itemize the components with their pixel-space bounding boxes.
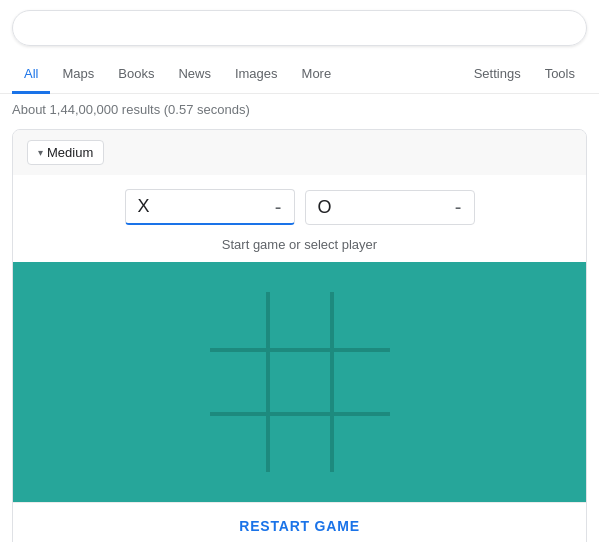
- tab-more[interactable]: More: [290, 56, 344, 94]
- game-board-area[interactable]: [13, 262, 586, 502]
- difficulty-arrow: ▾: [38, 147, 43, 158]
- nav-tabs: All Maps Books News Images More Settings…: [0, 56, 599, 94]
- player-x-symbol: X: [138, 196, 150, 217]
- grid-line-h2: [210, 412, 390, 416]
- ttt-grid[interactable]: [200, 282, 400, 482]
- start-game-text: Start game or select player: [13, 231, 586, 262]
- tab-images[interactable]: Images: [223, 56, 290, 94]
- restart-button[interactable]: RESTART GAME: [239, 518, 360, 534]
- tab-all[interactable]: All: [12, 56, 50, 94]
- difficulty-bar: ▾ Medium: [13, 130, 586, 175]
- player-o-symbol: O: [318, 197, 332, 218]
- search-input[interactable]: tic tac toe: [27, 19, 560, 37]
- tab-settings[interactable]: Settings: [462, 56, 533, 94]
- player-selection: X - O -: [13, 175, 586, 231]
- tab-maps[interactable]: Maps: [50, 56, 106, 94]
- tab-books[interactable]: Books: [106, 56, 166, 94]
- difficulty-label: Medium: [47, 145, 93, 160]
- restart-bar: RESTART GAME: [13, 502, 586, 542]
- search-bar: tic tac toe: [12, 10, 587, 46]
- game-card: ▾ Medium X - O - Start game or select pl…: [12, 129, 587, 542]
- tab-tools[interactable]: Tools: [533, 56, 587, 94]
- player-o-button[interactable]: O -: [305, 190, 475, 225]
- tab-news[interactable]: News: [166, 56, 223, 94]
- results-count: About 1,44,00,000 results (0.57 seconds): [0, 94, 599, 125]
- grid-line-v2: [330, 292, 334, 472]
- player-x-button[interactable]: X -: [125, 189, 295, 225]
- grid-line-v1: [266, 292, 270, 472]
- player-o-minus: -: [455, 197, 462, 217]
- player-x-minus: -: [275, 197, 282, 217]
- grid-line-h1: [210, 348, 390, 352]
- difficulty-button[interactable]: ▾ Medium: [27, 140, 104, 165]
